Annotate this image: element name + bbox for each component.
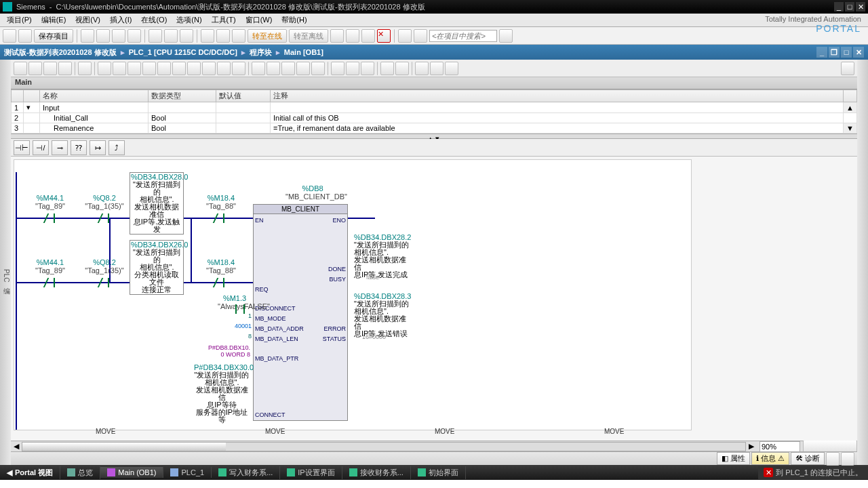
etb-6[interactable] bbox=[98, 62, 111, 75]
etb-23[interactable] bbox=[361, 62, 374, 75]
new-icon[interactable] bbox=[3, 29, 16, 43]
portal-view-button[interactable]: ◀ Portal 视图 bbox=[0, 466, 60, 479]
copy-icon[interactable] bbox=[96, 29, 110, 43]
open-icon[interactable] bbox=[18, 29, 32, 43]
split2-icon[interactable] bbox=[414, 29, 427, 43]
lad-jump[interactable]: ⤴ bbox=[108, 140, 125, 155]
table-row[interactable]: 2 Initial_Call Bool Initial call of this… bbox=[12, 113, 857, 123]
minimize-icon[interactable]: _ bbox=[834, 2, 844, 12]
table-row[interactable]: 3 Remanence Bool =True, if remanent data… bbox=[12, 123, 857, 134]
lad-branch[interactable]: ↦ bbox=[90, 140, 106, 155]
etb-22[interactable] bbox=[346, 62, 359, 75]
etb-21[interactable] bbox=[331, 62, 344, 75]
col-type[interactable]: 数据类型 bbox=[149, 90, 216, 102]
splitter-handle[interactable]: ▴ ▾ bbox=[11, 134, 857, 139]
editor-minimize-icon[interactable]: _ bbox=[816, 47, 827, 58]
tb-ip[interactable]: IP设置界面 bbox=[280, 466, 342, 479]
etb-24[interactable] bbox=[380, 62, 394, 75]
etb-14[interactable] bbox=[217, 62, 231, 75]
tb-write[interactable]: 写入财务系... bbox=[212, 466, 280, 479]
tab-diagnostics[interactable]: 🛠 诊断 bbox=[791, 452, 825, 465]
delete-icon[interactable] bbox=[127, 29, 141, 43]
network-area[interactable]: %M44.1"Tag_89" %Q8.2"Tag_1(35)" %DB34.DB… bbox=[11, 157, 857, 441]
menu-options[interactable]: 选项(N) bbox=[172, 14, 205, 26]
tab-info[interactable]: ℹ 信息 ⚠ bbox=[751, 452, 789, 465]
inspector-expand-icon[interactable] bbox=[841, 452, 854, 466]
tb-overview[interactable]: 总览 bbox=[60, 466, 100, 479]
upload-icon[interactable] bbox=[216, 29, 230, 43]
etb-13[interactable] bbox=[202, 62, 216, 75]
maximize-icon[interactable]: □ bbox=[845, 2, 854, 12]
save-button[interactable]: 保存项目 bbox=[34, 29, 73, 43]
go-online-button[interactable]: 转至在线 bbox=[248, 29, 287, 43]
left-panel-handle[interactable]: PLC编 bbox=[0, 60, 11, 465]
breadcrumb-blocks[interactable]: 程序块 bbox=[250, 47, 272, 58]
breadcrumb-plc[interactable]: PLC_1 [CPU 1215C DC/DC/DC] bbox=[129, 48, 237, 56]
simulator-icon[interactable] bbox=[330, 29, 344, 43]
scrollbar[interactable] bbox=[22, 442, 746, 451]
menu-edit[interactable]: 编辑(E) bbox=[37, 14, 71, 26]
lad-box[interactable]: ⁇ bbox=[71, 140, 87, 155]
etb-10[interactable] bbox=[157, 62, 171, 75]
etb-4[interactable] bbox=[58, 62, 72, 75]
cut-icon[interactable] bbox=[81, 29, 94, 43]
etb-25[interactable] bbox=[395, 62, 409, 75]
breadcrumb-root[interactable]: 测试版-数据列表20201028 修改版 bbox=[4, 47, 117, 58]
menu-help[interactable]: 帮助(H) bbox=[277, 14, 311, 26]
search-input[interactable] bbox=[429, 30, 497, 42]
mb-client-block[interactable]: MB_CLIENT EN ENO REQ DONE BUSY DISCONNEC… bbox=[253, 204, 348, 421]
etb-15[interactable] bbox=[232, 62, 245, 75]
ladder-canvas[interactable]: %M44.1"Tag_89" %Q8.2"Tag_1(35)" %DB34.DB… bbox=[14, 159, 692, 430]
etb-11[interactable] bbox=[172, 62, 186, 75]
accessible-icon[interactable] bbox=[346, 29, 359, 43]
etb-1[interactable] bbox=[14, 62, 27, 75]
paste-icon[interactable] bbox=[112, 29, 125, 43]
download-icon[interactable] bbox=[180, 29, 193, 43]
lad-nc-contact[interactable]: ⊣/⊢ bbox=[33, 140, 49, 155]
etb-3[interactable] bbox=[43, 62, 57, 75]
etb-expand[interactable] bbox=[841, 62, 854, 75]
lad-no-contact[interactable]: ⊣⊢ bbox=[14, 140, 30, 155]
etb-9[interactable] bbox=[142, 62, 156, 75]
right-panel-handle[interactable] bbox=[857, 60, 868, 465]
etb-8[interactable] bbox=[127, 62, 141, 75]
tb-plc1[interactable]: PLC_1 bbox=[163, 467, 212, 478]
scroll-right-icon[interactable]: ▶ bbox=[746, 442, 757, 451]
split1-icon[interactable] bbox=[398, 29, 412, 43]
scroll-left-icon[interactable]: ◀ bbox=[11, 442, 22, 451]
undo-icon[interactable] bbox=[149, 29, 162, 43]
zoom-select[interactable] bbox=[760, 441, 800, 452]
close-icon[interactable]: ✕ bbox=[856, 2, 865, 12]
etb-5[interactable] bbox=[78, 62, 92, 75]
tb-init[interactable]: 初始界面 bbox=[411, 466, 466, 479]
search-icon[interactable] bbox=[499, 29, 513, 43]
etb-26[interactable] bbox=[415, 62, 429, 75]
runtime-icon[interactable] bbox=[361, 29, 375, 43]
etb-17[interactable] bbox=[267, 62, 280, 75]
menu-project[interactable]: 项目(P) bbox=[3, 14, 36, 26]
etb-12[interactable] bbox=[187, 62, 201, 75]
etb-27[interactable] bbox=[430, 62, 443, 75]
inspector-collapse-icon[interactable] bbox=[826, 452, 840, 466]
table-row[interactable]: 1▾ Input▲ bbox=[12, 102, 857, 113]
col-name[interactable]: 名称 bbox=[40, 90, 149, 102]
tb-recv[interactable]: 接收财务系... bbox=[342, 466, 411, 479]
redo-icon[interactable] bbox=[164, 29, 178, 43]
etb-20[interactable] bbox=[311, 62, 325, 75]
menu-tools[interactable]: 工具(T) bbox=[208, 14, 240, 26]
editor-restore-icon[interactable]: ❐ bbox=[829, 47, 840, 58]
download2-icon[interactable] bbox=[232, 29, 245, 43]
menu-insert[interactable]: 插入(I) bbox=[106, 14, 136, 26]
editor-close-icon[interactable]: ✕ bbox=[853, 47, 864, 58]
tab-properties[interactable]: ◧ 属性 bbox=[717, 452, 750, 465]
etb-2[interactable] bbox=[28, 62, 42, 75]
etb-7[interactable] bbox=[113, 62, 126, 75]
editor-max-icon[interactable]: □ bbox=[841, 47, 852, 58]
menu-online[interactable]: 在线(O) bbox=[137, 14, 171, 26]
etb-18[interactable] bbox=[281, 62, 295, 75]
tb-main-ob1[interactable]: Main (OB1) bbox=[100, 467, 163, 478]
lad-coil[interactable]: ⊸ bbox=[52, 140, 68, 155]
stop-icon[interactable]: ✕ bbox=[377, 29, 391, 43]
etb-28[interactable] bbox=[445, 62, 458, 75]
menu-view[interactable]: 视图(V) bbox=[71, 14, 104, 26]
